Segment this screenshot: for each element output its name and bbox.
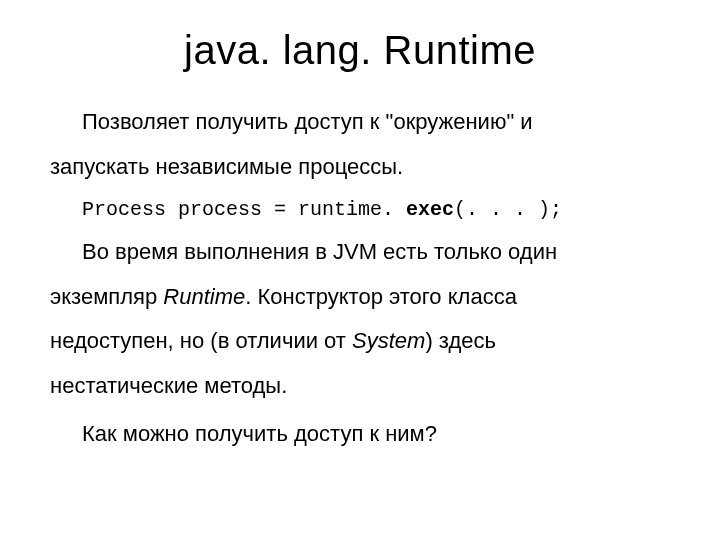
italic-system: System xyxy=(352,328,425,353)
paragraph-3: Как можно получить доступ к ним? xyxy=(50,415,670,454)
italic-runtime: Runtime xyxy=(163,284,245,309)
code-pre: Process process = runtime. xyxy=(82,198,406,221)
text: экземпляр xyxy=(50,284,163,309)
slide-body: Позволяет получить доступ к "окружению" … xyxy=(50,103,670,454)
code-line: Process process = runtime. exec(. . . ); xyxy=(50,192,670,227)
text: недоступен, но (в отличии от xyxy=(50,328,352,353)
paragraph-1-line-1: Позволяет получить доступ к "окружению" … xyxy=(50,103,670,142)
slide: java. lang. Runtime Позволяет получить д… xyxy=(0,0,720,540)
paragraph-2-line-2: экземпляр Runtime. Конструктор этого кла… xyxy=(50,278,670,317)
paragraph-2-line-3: недоступен, но (в отличии от System) зде… xyxy=(50,322,670,361)
code-bold: exec xyxy=(406,198,454,221)
paragraph-1-line-2: запускать независимые процессы. xyxy=(50,148,670,187)
paragraph-2-line-4: нестатические методы. xyxy=(50,367,670,406)
text: ) здесь xyxy=(425,328,496,353)
slide-title: java. lang. Runtime xyxy=(50,28,670,73)
code-post: (. . . ); xyxy=(454,198,562,221)
text: . Конструктор этого класса xyxy=(245,284,517,309)
paragraph-2-line-1: Во время выполнения в JVM есть только од… xyxy=(50,233,670,272)
